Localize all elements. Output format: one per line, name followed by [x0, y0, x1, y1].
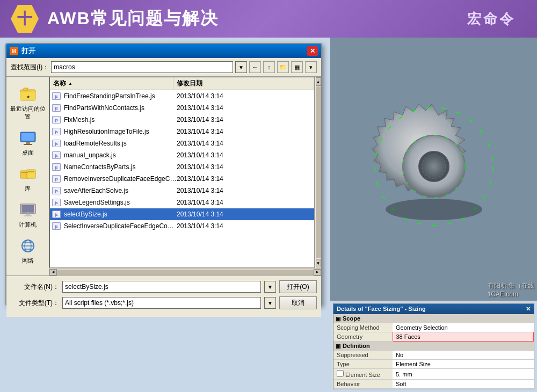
recent-icon: ★ — [19, 85, 37, 103]
dialog-close-button[interactable]: ✕ — [307, 46, 318, 56]
view-button[interactable]: ▦ — [291, 61, 303, 73]
recent-label: 最近访问的位置 — [9, 105, 47, 121]
filelist-item[interactable]: jsmanual_unpack.js2013/10/14 3:14 — [50, 149, 314, 161]
svg-point-23 — [419, 151, 449, 182]
sidebar-item-network[interactable]: 网络 — [6, 233, 49, 269]
file-name: FindPartsWithNoContacts.js — [64, 104, 177, 112]
file-name: selectBySize.js — [64, 210, 177, 218]
back-button[interactable]: ← — [249, 61, 261, 73]
file-list-area: 名称 ▲ 修改日期 jsFindFreeStandingPartsInTree.… — [49, 77, 321, 268]
left-panel: M 打开 ✕ 查找范围(I)： macros ▼ ← ↑ 📁 ▦ ▾ — [0, 38, 330, 392]
filelist-items[interactable]: jsFindFreeStandingPartsInTree.js2013/10/… — [50, 90, 314, 268]
file-name: SaveLegendSettings.js — [64, 199, 177, 206]
details-section-header[interactable]: ▣Scope — [333, 314, 534, 323]
filelist-item[interactable]: jsNameContactsByParts.js2013/10/14 3:14 — [50, 161, 314, 173]
header: 十 AWB常见问题与解决 宏命令 — [0, 0, 537, 38]
filelist-item[interactable]: jsSelectInverseDuplicateFaceEdgeContactR… — [50, 220, 314, 232]
filelist-item[interactable]: jsFindPartsWithNoContacts.js2013/10/14 3… — [50, 102, 314, 114]
file-icon: js — [52, 210, 61, 218]
sidebar-item-recent[interactable]: ★ 最近访问的位置 — [6, 81, 49, 125]
filelist-item[interactable]: jsHighResolutionImageToFile.js2013/10/14… — [50, 126, 314, 137]
open-button[interactable]: 打开(O) — [279, 280, 317, 293]
svg-rect-9 — [27, 170, 35, 178]
file-date: 2013/10/14 3:14 — [177, 104, 312, 112]
file-name: NameContactsByParts.js — [64, 163, 177, 171]
filename-dropdown[interactable]: ▼ — [264, 281, 276, 293]
gear-svg — [359, 102, 509, 236]
menu-button[interactable]: ▾ — [305, 61, 317, 73]
col-name[interactable]: 名称 ▲ — [50, 77, 173, 90]
filename-label: 文件名(N)： — [11, 282, 59, 292]
file-list: 名称 ▲ 修改日期 jsFindFreeStandingPartsInTree.… — [49, 77, 315, 268]
search-range-label: 查找范围(I)： — [11, 63, 49, 72]
filelist-item[interactable]: jsSaveLegendSettings.js2013/10/14 3:14 — [50, 197, 314, 208]
dialog-sidebar: ★ 最近访问的位置 — [6, 77, 49, 275]
computer-icon — [19, 201, 37, 219]
details-close[interactable]: ✕ — [526, 306, 531, 313]
file-name: RemoveInverseDuplicateFaceEdgeContactReg… — [64, 175, 177, 183]
file-icon: js — [52, 187, 61, 194]
file-date: 2013/10/14 3:14 — [177, 222, 312, 230]
file-icon: js — [52, 104, 61, 112]
sidebar-item-library[interactable]: 库 — [6, 161, 49, 197]
svg-text:★: ★ — [26, 95, 30, 99]
details-row: Geometry38 Faces — [333, 332, 534, 342]
header-title: AWB常见问题与解决 — [47, 7, 219, 31]
create-folder-button[interactable]: 📁 — [277, 61, 289, 73]
file-name: SelectInverseDuplicateFaceEdgeContactReg… — [64, 222, 177, 230]
file-date: 2013/10/14 3:14 — [177, 116, 312, 124]
svg-point-16 — [27, 212, 28, 213]
filelist-item[interactable]: jsFixMesh.js2013/10/14 3:14 — [50, 114, 314, 126]
svg-rect-7 — [24, 144, 32, 145]
library-label: 库 — [25, 185, 31, 193]
vertical-scrollbar[interactable]: ▲ ▼ — [315, 77, 321, 268]
dialog-title-text: 打开 — [21, 46, 35, 56]
sidebar-item-desktop[interactable]: 桌面 — [6, 125, 49, 161]
details-title: Details of "Face Sizing" - Sizing — [337, 306, 426, 313]
file-name: loadRemoteResults.js — [64, 140, 177, 147]
details-value[interactable]: 38 Faces — [393, 332, 534, 342]
filelist-item[interactable]: jssaveAfterEachSolve.js2013/10/14 3:14 — [50, 185, 314, 197]
sidebar-item-computer[interactable]: 计算机 — [6, 197, 49, 233]
details-label: Suppressed — [333, 351, 393, 360]
path-dropdown[interactable]: ▼ — [235, 61, 247, 73]
details-section-header[interactable]: ▣Definition — [333, 342, 534, 351]
dialog-bottom: 文件名(N)： ▼ 打开(O) 文件类型(T)： ▼ 取消 — [6, 275, 321, 317]
filetype-dropdown[interactable]: ▼ — [264, 297, 276, 309]
computer-label: 计算机 — [19, 221, 37, 229]
file-date: 2013/10/14 3:14 — [177, 187, 312, 194]
file-icon: js — [52, 222, 61, 230]
svg-point-27 — [386, 199, 482, 220]
details-table: ▣ScopeScoping MethodGeometry SelectionGe… — [333, 314, 534, 389]
gear-image-area: 有阳析·集（在线 1CAE.com — [330, 38, 537, 301]
dialog-body: ★ 最近访问的位置 — [6, 77, 321, 275]
cancel-button[interactable]: 取消 — [279, 296, 317, 309]
details-label: Element Size — [333, 369, 393, 380]
filetype-label: 文件类型(T)： — [11, 299, 59, 308]
filelist-item[interactable]: jsloadRemoteResults.js2013/10/14 3:14 — [50, 137, 314, 149]
path-input[interactable]: macros — [51, 61, 233, 73]
filetype-input[interactable] — [62, 297, 261, 309]
file-date: 2013/10/14 3:14 — [177, 128, 312, 135]
filetype-row: 文件类型(T)： ▼ 取消 — [11, 296, 317, 309]
filelist-item[interactable]: jsFindFreeStandingPartsInTree.js2013/10/… — [50, 90, 314, 102]
details-row: BehaviorSoft — [333, 380, 534, 389]
file-name: manual_unpack.js — [64, 151, 177, 159]
file-date: 2013/10/14 3:14 — [177, 151, 312, 159]
filelist-header: 名称 ▲ 修改日期 — [50, 77, 314, 90]
details-value: 5. mm — [393, 369, 534, 380]
filename-input[interactable] — [62, 281, 261, 293]
details-value: Geometry Selection — [393, 323, 534, 332]
svg-rect-14 — [26, 214, 30, 215]
details-label: Behavior — [333, 380, 393, 389]
horizontal-scrollbar[interactable]: ◄ ► — [49, 268, 321, 275]
file-icon: js — [52, 175, 61, 183]
col-date[interactable]: 修改日期 — [173, 77, 314, 90]
file-name: saveAfterEachSolve.js — [64, 187, 177, 194]
details-row: SuppressedNo — [333, 351, 534, 360]
filelist-item[interactable]: jsRemoveInverseDuplicateFaceEdgeContactR… — [50, 173, 314, 185]
file-icon: js — [52, 199, 61, 206]
up-button[interactable]: ↑ — [263, 61, 275, 73]
filelist-item[interactable]: jsselectBySize.js2013/10/14 3:14 — [50, 208, 314, 220]
file-date: 2013/10/14 3:14 — [177, 199, 312, 206]
